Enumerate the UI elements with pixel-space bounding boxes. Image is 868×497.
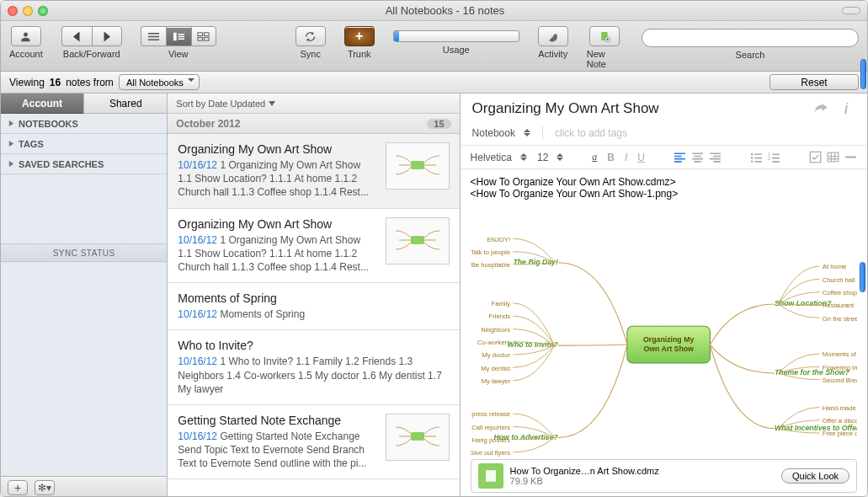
align-left-icon[interactable]	[674, 151, 686, 163]
account-group: Account	[9, 26, 43, 59]
note-list-item[interactable]: Moments of Spring10/16/12 Moments of Spr…	[168, 283, 459, 330]
italic-button[interactable]: I	[625, 152, 627, 163]
size-select[interactable]: 12	[537, 150, 563, 164]
svg-text:Send a press release: Send a press release	[471, 410, 510, 418]
toolbar-toggle-pill[interactable]	[842, 7, 860, 14]
sync-button[interactable]	[296, 26, 326, 46]
close-window-button[interactable]	[8, 6, 18, 16]
note-list-scroll[interactable]: Organizing My Own Art Show10/16/12 1 Org…	[168, 134, 459, 497]
tab-shared-label: Shared	[109, 98, 142, 110]
note-item-snippet: 10/16/12 Getting Started Note Exchange S…	[178, 430, 376, 471]
svg-text:Be hospitable: Be hospitable	[471, 261, 509, 269]
section-label: SAVED SEARCHES	[19, 159, 104, 169]
svg-text:Family: Family	[491, 300, 510, 307]
reset-label: Reset	[801, 77, 827, 88]
sidebar: Account Shared NOTEBOOKS TAGS SAVED SEAR…	[1, 94, 168, 497]
bold-button[interactable]: B	[607, 152, 615, 163]
note-item-date: 10/16/12	[178, 430, 217, 442]
back-button[interactable]	[61, 26, 92, 46]
svg-point-14	[751, 157, 754, 159]
svg-text:Hang posters: Hang posters	[471, 436, 510, 444]
share-button[interactable]	[812, 100, 830, 117]
svg-text:Talk to people: Talk to people	[471, 248, 510, 256]
svg-text:My lawyer: My lawyer	[481, 377, 510, 385]
sync-arrows-icon	[304, 30, 317, 43]
reset-button[interactable]: Reset	[769, 74, 859, 90]
newnote-group: New Note	[587, 26, 623, 69]
tab-shared[interactable]: Shared	[84, 94, 167, 114]
activity-button[interactable]	[538, 26, 568, 46]
detail-title[interactable]: Organizing My Own Art Show	[472, 100, 805, 117]
note-item-date: 10/16/12	[178, 308, 217, 320]
filter-bar: Viewing 16 notes from All Notebooks Rese…	[1, 72, 867, 94]
view-snippet-button[interactable]	[166, 26, 191, 46]
tab-account[interactable]: Account	[1, 94, 84, 114]
text-color-button[interactable]: a	[592, 151, 597, 163]
svg-text:Restaurant: Restaurant	[822, 302, 854, 309]
info-button[interactable]: i	[837, 100, 855, 117]
note-item-snippet: 10/16/12 Moments of Spring	[178, 307, 449, 321]
svg-text:Free piece of art: Free piece of art	[822, 430, 857, 437]
font-select[interactable]: Helvetica	[471, 150, 527, 164]
trunk-button[interactable]: +	[344, 26, 375, 46]
disclosure-right-icon	[8, 160, 15, 168]
svg-point-13	[751, 153, 754, 156]
attachment-name: How To Organize…n Art Show.cdmz	[510, 466, 775, 476]
view-list-button[interactable]	[141, 26, 166, 46]
notebook-label: Notebook	[472, 127, 515, 139]
settings-button[interactable]: ✻▾	[35, 480, 55, 495]
window-title: All Notebooks - 16 notes	[48, 4, 842, 17]
note-item-snippet: 10/16/12 1 Who to Invite? 1.1 Family 1.2…	[178, 355, 449, 396]
search-input[interactable]	[642, 29, 859, 47]
search-label: Search	[736, 50, 765, 60]
scrollbar-indicator[interactable]	[860, 262, 865, 292]
bullet-list-icon[interactable]	[750, 151, 763, 163]
add-button[interactable]: +	[8, 480, 28, 495]
note-list-item[interactable]: Getting Started Note Exchange10/16/12 Ge…	[168, 405, 459, 480]
quick-look-button[interactable]: Quick Look	[781, 468, 849, 484]
checkbox-icon[interactable]	[809, 151, 822, 163]
note-body[interactable]: <How To Organize Your Own Art Show.cdmz>…	[461, 169, 867, 497]
forward-button[interactable]	[92, 26, 122, 46]
hr-icon[interactable]	[844, 151, 857, 163]
align-center-icon[interactable]	[691, 151, 704, 163]
sidebar-section-savedsearches[interactable]: SAVED SEARCHES	[1, 154, 167, 174]
note-thumbnail	[386, 217, 450, 265]
view-card-button[interactable]	[191, 26, 216, 46]
activity-group: Activity	[538, 26, 568, 59]
notebook-select[interactable]: Notebook	[472, 126, 530, 140]
note-detail: Organizing My Own Art Show i Notebook cl…	[461, 94, 867, 497]
trunk-label: Trunk	[348, 49, 371, 59]
scope-select[interactable]: All Notebooks	[119, 74, 200, 90]
svg-rect-11	[411, 236, 424, 244]
sidebar-section-tags[interactable]: TAGS	[1, 134, 167, 154]
section-label: NOTEBOOKS	[19, 119, 78, 129]
usage-label: Usage	[443, 45, 470, 55]
usage-bar[interactable]	[393, 30, 519, 42]
svg-rect-1	[198, 32, 203, 35]
svg-point-5	[554, 34, 556, 35]
number-list-icon[interactable]: 12	[768, 151, 780, 163]
new-note-button[interactable]	[589, 26, 620, 46]
sort-bar[interactable]: Sort by Date Updated	[168, 94, 459, 114]
note-item-title: Who to Invite?	[178, 339, 449, 352]
table-icon[interactable]	[827, 151, 839, 163]
underline-button[interactable]: U	[637, 152, 645, 163]
minimize-window-button[interactable]	[23, 6, 33, 16]
mindmap-diagram: Organizing My Own Art Show The Big Day!E…	[471, 206, 857, 483]
tags-input[interactable]: click to add tags	[555, 127, 627, 139]
note-item-date: 10/16/12	[178, 355, 217, 367]
sidebar-section-notebooks[interactable]: NOTEBOOKS	[1, 114, 167, 134]
note-list-item[interactable]: Who to Invite?10/16/12 1 Who to Invite? …	[168, 330, 459, 405]
zoom-window-button[interactable]	[38, 6, 48, 16]
triangle-left-icon	[71, 30, 83, 43]
activity-label: Activity	[538, 49, 567, 59]
backforward-label: Back/Forward	[63, 49, 120, 59]
note-list-item[interactable]: Organizing My Own Art Show10/16/12 1 Org…	[168, 134, 459, 209]
account-button[interactable]	[11, 26, 41, 46]
align-right-icon[interactable]	[709, 151, 722, 163]
note-list-item[interactable]: Organizing My Own Art Show10/16/12 1 Org…	[168, 209, 459, 284]
note-body-line: <How To Organize Your Own Art Show.cdmz>	[471, 176, 857, 188]
note-item-title: Organizing My Own Art Show	[178, 217, 376, 231]
svg-point-15	[751, 161, 754, 163]
